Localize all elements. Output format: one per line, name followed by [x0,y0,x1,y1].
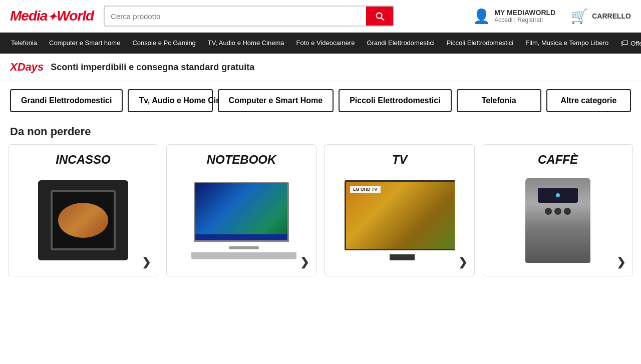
main-nav: Telefonia Computer e Smart home Console … [0,33,641,54]
tv-brand-badge: LG UHD TV [350,186,381,193]
logo[interactable]: Media✦World [10,8,94,24]
cart-text: CARRELLO [592,12,631,20]
tv-stand [390,254,415,260]
notebook-card[interactable]: NOTEBOOK ❯ [166,144,316,276]
cat-btn-telefonia[interactable]: Telefonia [457,89,541,112]
my-account-link[interactable]: 👤 MY MEDIAWORLD Accedi | Registrati [473,8,555,25]
tv-screen: LG UHD TV [345,180,455,250]
tv-shape: LG UHD TV [345,180,455,260]
xdays-text: Sconti imperdibili e consegna standard g… [51,62,254,73]
oven-window [51,190,116,250]
notebook-base [191,252,296,259]
category-buttons: Grandi Elettrodomestici Tv, Audio e Home… [0,81,641,120]
caffe-image [503,173,613,268]
oven-shape [38,180,128,260]
coffee-machine-shape [525,178,590,263]
coffee-buttons [545,208,571,215]
coffee-btn-3 [564,208,571,215]
nav-item-grandi[interactable]: Grandi Elettrodomestici [361,33,440,54]
cart-icon: 🛒 [570,8,588,25]
incasso-card[interactable]: INCASSO ❯ [8,144,158,276]
cat-btn-grandi[interactable]: Grandi Elettrodomestici [10,89,123,112]
nav-item-telefonia[interactable]: Telefonia [5,33,43,54]
cat-btn-computer[interactable]: Computer e Smart Home [218,89,334,112]
account-title: MY MEDIAWORLD [494,9,555,17]
caffe-title: CAFFÈ [538,153,578,167]
nav-offers[interactable]: 🏷 Offerte [614,39,641,48]
cart-title: CARRELLO [592,12,631,20]
incasso-title: INCASSO [56,153,110,167]
nav-item-foto[interactable]: Foto e Videocamere [290,33,361,54]
search-input[interactable] [105,8,366,25]
coffee-screen-dot [556,193,560,197]
coffee-btn-2 [554,208,561,215]
notebook-title: NOTEBOOK [207,153,276,167]
cards-row: INCASSO ❯ NOTEBOOK ❯ TV [0,144,641,276]
tag-icon: 🏷 [620,39,628,48]
nav-item-film[interactable]: Film, Musica e Tempo Libero [519,33,614,54]
xdays-banner: XDays Sconti imperdibili e consegna stan… [0,54,641,81]
cat-btn-tv[interactable]: Tv, Audio e Home Cinema [128,89,212,112]
nav-item-tv[interactable]: TV, Audio e Home Cinema [202,33,290,54]
nav-item-console[interactable]: Console e Pc Gaming [126,33,201,54]
logo-text: Media✦World [10,8,94,24]
incasso-chevron[interactable]: ❯ [142,256,151,269]
cart-link[interactable]: 🛒 CARRELLO [570,8,631,25]
account-sub: Accedi | Registrati [494,17,555,24]
tv-card[interactable]: TV LG UHD TV ❯ [325,144,475,276]
search-icon [374,11,385,22]
notebook-shape [191,182,291,259]
search-bar [104,6,394,27]
cat-btn-piccoli[interactable]: Piccoli Elettrodomestici [339,89,451,112]
header: Media✦World 👤 MY MEDIAWORLD Accedi | Reg… [0,0,641,33]
tv-title: TV [392,153,408,167]
notebook-screen [194,182,289,242]
notebook-chevron[interactable]: ❯ [300,256,309,269]
notebook-image [186,173,296,268]
coffee-screen [538,188,578,203]
cat-btn-altre[interactable]: Altre categorie [546,89,631,112]
notebook-touchpad [229,246,259,249]
tv-image: LG UHD TV [345,173,455,268]
caffe-chevron[interactable]: ❯ [616,256,625,269]
nav-item-piccoli[interactable]: Piccoli Elettrodomestici [441,33,520,54]
nav-item-computer[interactable]: Computer e Smart home [43,33,126,54]
account-icon: 👤 [473,8,490,25]
oven-food [58,203,108,238]
offers-label: Offerte [630,40,641,47]
header-actions: 👤 MY MEDIAWORLD Accedi | Registrati 🛒 CA… [473,8,631,25]
search-button[interactable] [366,7,393,26]
section-title: Da non perdere [0,120,641,144]
tv-chevron[interactable]: ❯ [458,256,467,269]
account-text: MY MEDIAWORLD Accedi | Registrati [494,9,555,24]
coffee-btn-1 [545,208,552,215]
caffe-card[interactable]: CAFFÈ ❯ [483,144,633,276]
incasso-image [28,173,138,268]
xdays-brand: XDays [10,61,44,74]
